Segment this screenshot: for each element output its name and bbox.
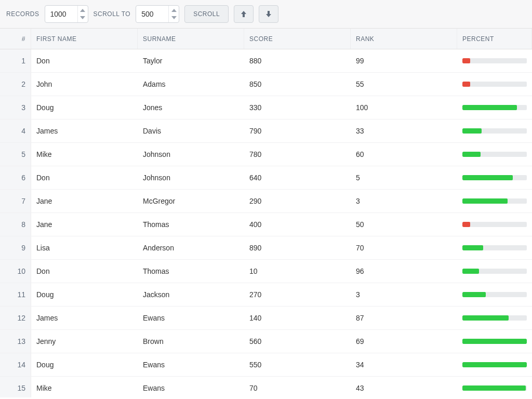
cell-score: 400 bbox=[244, 213, 351, 236]
cell-surname: Anderson bbox=[138, 236, 244, 259]
cell-rank: 70 bbox=[351, 236, 457, 259]
row-number: 3 bbox=[0, 96, 31, 119]
cell-rank: 69 bbox=[351, 330, 457, 353]
scroll-down-button[interactable] bbox=[259, 5, 278, 23]
scrollto-step-down[interactable] bbox=[169, 14, 179, 21]
percent-bar bbox=[462, 292, 527, 297]
percent-fill bbox=[462, 222, 470, 227]
percent-fill bbox=[462, 152, 481, 157]
chevron-down-icon bbox=[80, 16, 85, 19]
cell-score: 850 bbox=[244, 73, 351, 96]
cell-first-name: Don bbox=[31, 260, 138, 283]
cell-rank: 55 bbox=[351, 73, 457, 96]
cell-percent bbox=[457, 307, 532, 329]
table-row[interactable]: 14DougEwans55034 bbox=[0, 353, 532, 377]
table-row[interactable]: 5MikeJohnson78060 bbox=[0, 143, 532, 166]
row-number: 2 bbox=[0, 73, 31, 96]
table-row[interactable]: 11DougJackson2703 bbox=[0, 283, 532, 307]
percent-fill bbox=[462, 128, 482, 134]
col-header-score[interactable]: SCORE bbox=[244, 29, 351, 49]
col-header-num[interactable]: # bbox=[0, 29, 31, 49]
scroll-button[interactable]: SCROLL bbox=[184, 5, 229, 23]
cell-rank: 3 bbox=[351, 190, 457, 212]
cell-percent bbox=[457, 119, 532, 142]
scrollto-input[interactable] bbox=[136, 6, 168, 22]
grid-header: # FIRST NAME SURNAME SCORE RANK PERCENT bbox=[0, 29, 532, 49]
table-row[interactable]: 3DougJones330100 bbox=[0, 96, 532, 119]
percent-fill bbox=[462, 385, 526, 391]
cell-first-name: Jenny bbox=[31, 330, 138, 353]
records-field[interactable] bbox=[45, 5, 88, 23]
cell-score: 550 bbox=[244, 353, 351, 376]
cell-percent bbox=[457, 96, 532, 119]
row-number: 1 bbox=[0, 49, 31, 72]
cell-score: 560 bbox=[244, 330, 351, 353]
cell-score: 780 bbox=[244, 143, 351, 166]
cell-score: 140 bbox=[244, 307, 351, 329]
scrollto-field[interactable] bbox=[136, 5, 179, 23]
percent-bar bbox=[462, 269, 527, 274]
table-row[interactable]: 13JennyBrown56069 bbox=[0, 330, 532, 353]
cell-surname: McGregor bbox=[138, 190, 244, 212]
row-number: 14 bbox=[0, 353, 31, 376]
cell-surname: Jones bbox=[138, 96, 244, 119]
table-row[interactable]: 2JohnAdams85055 bbox=[0, 73, 532, 96]
col-header-surname[interactable]: SURNAME bbox=[138, 29, 244, 49]
records-input[interactable] bbox=[45, 6, 77, 22]
percent-fill bbox=[462, 105, 517, 110]
percent-bar bbox=[462, 105, 527, 110]
data-grid: # FIRST NAME SURNAME SCORE RANK PERCENT … bbox=[0, 29, 532, 398]
grid-body[interactable]: 1DonTaylor880992JohnAdams850553DougJones… bbox=[0, 49, 532, 397]
col-header-first-name[interactable]: FIRST NAME bbox=[31, 29, 138, 49]
table-row[interactable]: 7JaneMcGregor2903 bbox=[0, 190, 532, 213]
percent-bar bbox=[462, 128, 527, 134]
cell-surname: Ewans bbox=[138, 377, 244, 397]
cell-score: 890 bbox=[244, 236, 351, 259]
cell-rank: 43 bbox=[351, 377, 457, 397]
table-row[interactable]: 1DonTaylor88099 bbox=[0, 49, 532, 73]
row-number: 5 bbox=[0, 143, 31, 166]
percent-fill bbox=[462, 292, 486, 297]
cell-rank: 50 bbox=[351, 213, 457, 236]
percent-bar bbox=[462, 315, 527, 321]
percent-fill bbox=[462, 58, 470, 63]
col-header-rank[interactable]: RANK bbox=[351, 29, 457, 49]
records-step-up[interactable] bbox=[78, 7, 88, 14]
chevron-up-icon bbox=[80, 9, 85, 12]
cell-percent bbox=[457, 49, 532, 72]
cell-percent bbox=[457, 377, 532, 397]
scrollto-step-up[interactable] bbox=[169, 7, 179, 14]
cell-surname: Taylor bbox=[138, 49, 244, 72]
table-row[interactable]: 10DonThomas1096 bbox=[0, 260, 532, 283]
percent-bar bbox=[462, 362, 527, 367]
col-header-percent[interactable]: PERCENT bbox=[457, 29, 532, 49]
cell-surname: Ewans bbox=[138, 307, 244, 329]
cell-score: 270 bbox=[244, 283, 351, 306]
records-step-down[interactable] bbox=[78, 14, 88, 21]
arrow-up-icon bbox=[241, 10, 247, 18]
cell-percent bbox=[457, 236, 532, 259]
table-row[interactable]: 4JamesDavis79033 bbox=[0, 119, 532, 143]
cell-score: 70 bbox=[244, 377, 351, 397]
percent-bar bbox=[462, 58, 527, 63]
row-number: 12 bbox=[0, 307, 31, 329]
cell-surname: Adams bbox=[138, 73, 244, 96]
cell-rank: 60 bbox=[351, 143, 457, 166]
table-row[interactable]: 15MikeEwans7043 bbox=[0, 377, 532, 397]
scroll-up-button[interactable] bbox=[234, 5, 254, 23]
cell-percent bbox=[457, 143, 532, 166]
cell-rank: 33 bbox=[351, 119, 457, 142]
table-row[interactable]: 8JaneThomas40050 bbox=[0, 213, 532, 236]
records-label: RECORDS bbox=[6, 10, 39, 18]
table-row[interactable]: 12JamesEwans14087 bbox=[0, 307, 532, 330]
cell-first-name: Don bbox=[31, 49, 138, 72]
percent-fill bbox=[462, 269, 479, 274]
cell-rank: 96 bbox=[351, 260, 457, 283]
table-row[interactable]: 9LisaAnderson89070 bbox=[0, 236, 532, 260]
cell-surname: Jackson bbox=[138, 283, 244, 306]
table-row[interactable]: 6DonJohnson6405 bbox=[0, 166, 532, 190]
cell-rank: 5 bbox=[351, 166, 457, 189]
cell-first-name: Mike bbox=[31, 377, 138, 397]
cell-surname: Johnson bbox=[138, 166, 244, 189]
percent-bar bbox=[462, 222, 527, 227]
